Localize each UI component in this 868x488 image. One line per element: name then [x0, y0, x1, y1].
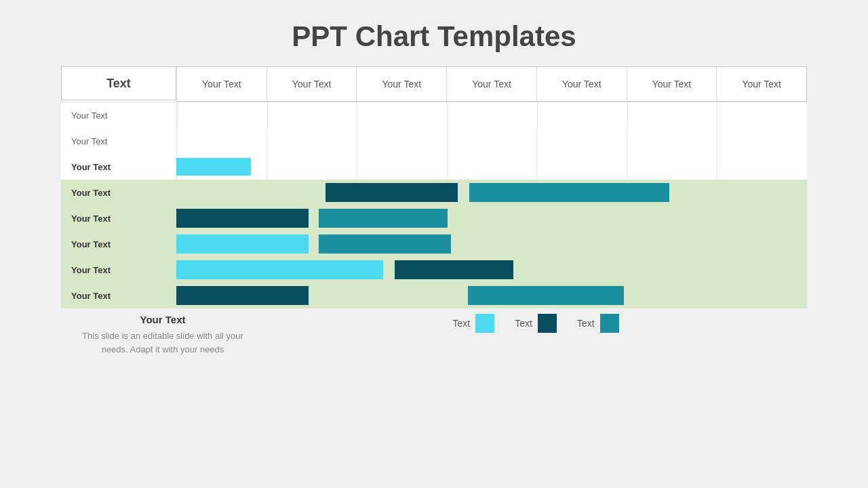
row-label-4: Your Text [61, 205, 176, 231]
legend-area: Text Text Text [264, 314, 807, 333]
header-columns: Your Text Your Text Your Text Your Text … [176, 66, 807, 102]
legend-swatch-dark [538, 314, 557, 333]
col-header-5: Your Text [536, 67, 627, 101]
bar-4-2 [319, 209, 448, 228]
desc-title: Your Text [75, 314, 251, 325]
bar-5-1 [176, 235, 309, 253]
data-row-3: Your Text [61, 180, 807, 205]
row-bars-0 [176, 102, 807, 128]
row-label-2: Your Text [61, 154, 176, 180]
header-row: Text Your Text Your Text Your Text Your … [61, 66, 807, 102]
bar-6-2 [395, 260, 513, 279]
full-chart: Text Your Text Your Text Your Text Your … [61, 66, 807, 308]
legend-swatch-mid [600, 314, 619, 333]
bar-3-2 [469, 183, 669, 202]
header-label: Text [61, 66, 176, 100]
bar-4-1 [176, 209, 309, 228]
legend-swatch-cyan [475, 314, 494, 333]
legend-label-2: Text [515, 318, 532, 329]
desc-text: This slide is an editable slide with all… [75, 329, 251, 356]
row-label-7: Your Text [61, 283, 176, 308]
legend-label-3: Text [577, 318, 595, 329]
data-row-6: Your Text [61, 257, 807, 283]
col-header-7: Your Text [716, 67, 806, 101]
row-label-0: Your Text [61, 102, 176, 128]
page: PPT Chart Templates Text Your Text Your … [0, 0, 868, 488]
legend-item-2: Text [515, 314, 557, 333]
row-bars-5 [176, 231, 807, 257]
col-header-2: Your Text [267, 67, 357, 101]
row-label-3: Your Text [61, 180, 176, 205]
row-bars-3 [176, 180, 807, 205]
row-bars-7 [176, 283, 807, 308]
col-header-6: Your Text [627, 67, 717, 101]
legend-label-1: Text [452, 318, 470, 329]
legend-item-3: Text [577, 314, 619, 333]
chart-wrapper: Text Your Text Your Text Your Text Your … [61, 66, 807, 308]
data-row-5: Your Text [61, 231, 807, 257]
data-row-1: Your Text [61, 128, 807, 154]
bar-2-1 [176, 158, 251, 176]
data-row-2: Your Text [61, 154, 807, 180]
col-header-3: Your Text [356, 67, 446, 101]
bar-7-2 [468, 286, 624, 305]
row-bars-4 [176, 205, 807, 231]
bar-7-1 [176, 286, 309, 305]
row-label-6: Your Text [61, 257, 176, 283]
bar-6-1 [176, 260, 383, 279]
row-label-5: Your Text [61, 231, 176, 257]
data-row-4: Your Text [61, 205, 807, 231]
description-box: Your Text This slide is an editable slid… [61, 314, 264, 356]
bar-5-2 [319, 235, 451, 253]
legend-item-1: Text [452, 314, 494, 333]
col-header-1: Your Text [176, 67, 267, 101]
bottom-area: Your Text This slide is an editable slid… [61, 314, 807, 356]
row-label-1: Your Text [61, 128, 176, 154]
data-row-7: Your Text [61, 283, 807, 308]
col-header-4: Your Text [446, 67, 536, 101]
row-bars-1 [176, 128, 807, 154]
page-title: PPT Chart Templates [292, 20, 576, 53]
row-bars-2 [176, 154, 807, 180]
data-row-0: Your Text [61, 102, 807, 128]
bar-3-1 [326, 183, 458, 202]
row-bars-6 [176, 257, 807, 283]
